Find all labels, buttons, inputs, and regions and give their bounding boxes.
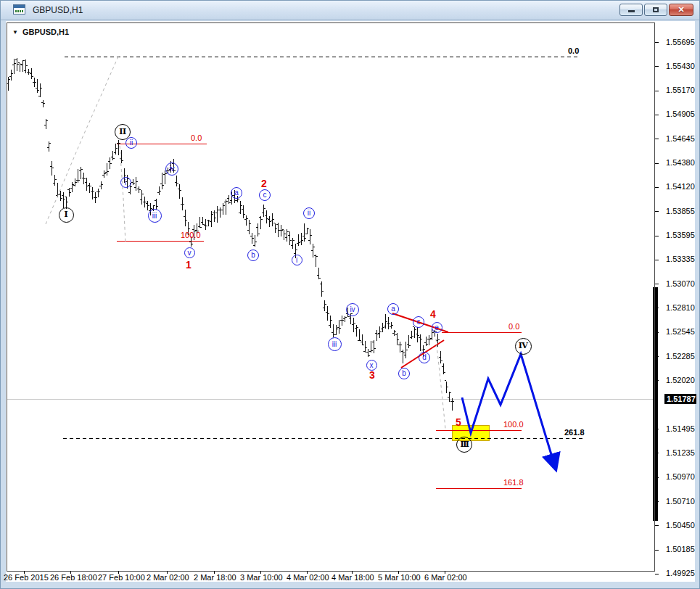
close-button[interactable]: ✕ [669, 4, 693, 16]
chart-client-area [6, 21, 695, 582]
title-bar: GBPUSD,H1 ✕ [1, 1, 699, 20]
close-icon: ✕ [670, 5, 693, 15]
maximize-icon [653, 7, 659, 12]
maximize-button[interactable] [644, 4, 667, 16]
minimize-icon [628, 10, 635, 12]
chart-window-icon [13, 4, 25, 15]
window-controls: ✕ [619, 4, 693, 16]
window-title: GBPUSD,H1 [33, 5, 83, 15]
application-window: GBPUSD,H1 ✕ ▼GBPUSD,H1 1.556951.554301.5… [0, 0, 700, 589]
minimize-button[interactable] [619, 4, 643, 16]
